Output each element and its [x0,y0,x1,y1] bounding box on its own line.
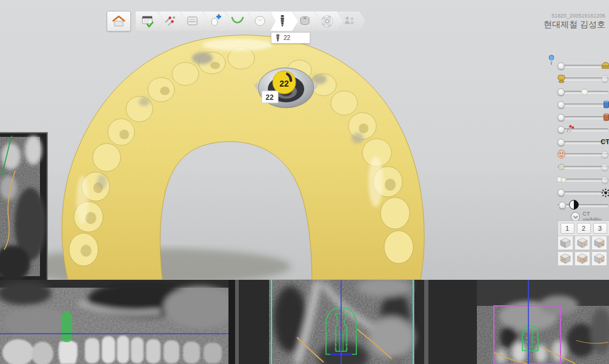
scan-box-icon [185,14,200,28]
slice-count-button-3[interactable]: 3 [593,223,607,234]
toolbar-step-patient-info[interactable] [136,12,164,31]
tooth-plus-icon [208,14,222,28]
view-preset-thumbnail-4[interactable] [557,251,573,266]
view-preset-thumbnail-3[interactable] [591,236,607,250]
slider-bone[interactable] [557,163,608,171]
implant-planning-app: 22 22 [0,0,609,364]
tooth-number-dropdown[interactable]: 22 [271,32,310,44]
bone-gray-icon [556,162,567,172]
existing-crown-xray [58,340,78,364]
slider-crown[interactable] [557,88,608,96]
ct-slider-label: CT [601,138,609,145]
dropdown-tooth-number: 22 [284,35,290,41]
marker-disc-label: 22 [279,79,289,88]
cd-disc-icon [320,14,334,28]
cross-section-panel[interactable] [239,280,424,364]
marker-tag-label: 22 [265,93,274,102]
screws-red-icon [565,124,575,134]
slider-face-soft-tissue[interactable] [557,150,608,159]
pin-icon[interactable] [547,55,556,65]
slider-knob[interactable] [557,88,565,96]
arch-curve-icon [230,14,245,28]
slice-count-button-2[interactable]: 2 [577,223,591,234]
implant-parts-icon [163,14,178,28]
slider-knob[interactable] [557,126,565,133]
panoramic-xray-panel[interactable] [0,280,235,364]
slider-knob[interactable] [557,62,565,70]
slider-abutment[interactable] [557,113,608,122]
maxilla-scan-model[interactable] [62,35,424,280]
workflow-toolbar [107,11,365,31]
tangential-section-panel[interactable] [428,280,609,364]
view-preset-thumbnail-1[interactable] [557,236,573,250]
marker-tag: 22 [262,91,278,103]
patient-info-icon [141,14,155,28]
slider-contrast[interactable] [557,201,608,210]
panel-separator [424,280,428,364]
maxilla-scan-icon [601,61,609,71]
slice-count-buttons: 1 2 3 [557,220,609,236]
abutment-copper-icon [601,112,609,122]
implant-screw-mini-icon [276,35,280,42]
sleeve-blue-icon [601,99,609,110]
slider-knob[interactable] [601,151,608,158]
slider-knob[interactable] [557,114,565,121]
patient-id: 51820_200519161206 [544,13,605,19]
view-preset-thumbnail-2[interactable] [574,236,590,250]
slider-knob[interactable] [557,139,565,146]
brightness-icon [601,188,609,199]
view-preset-thumbnail-5[interactable] [574,251,590,266]
crown-icon [253,14,267,28]
crown-white-icon [579,87,590,97]
home-button[interactable] [107,11,131,31]
left-ct-slice-panel[interactable] [0,132,48,280]
slider-teeth[interactable] [557,176,608,184]
slider-screws[interactable] [557,125,608,134]
slider-ct-opacity[interactable]: CT [557,138,608,147]
contrast-icon [568,199,579,210]
visibility-sidebar: CT [545,53,609,265]
abutment-icon [298,14,312,28]
slider-knob[interactable] [601,164,608,171]
patient-name: 현대제철 김성호 [544,19,605,29]
mandible-model-icon [556,73,567,84]
patient-info-block: 51820_200519161206 현대제철 김성호 [544,13,605,29]
slider-knob[interactable] [601,75,608,82]
teeth-white-icon [556,174,566,185]
slider-mandible-model[interactable] [557,74,608,83]
implant-overlay-green[interactable] [61,312,72,342]
implant-screw-icon [275,14,290,28]
slice-count-button-1[interactable]: 1 [561,223,574,234]
slider-knob[interactable] [559,202,566,209]
face-skin-icon [556,149,567,159]
slider-brightness[interactable] [557,188,608,197]
view-preset-grid [557,236,608,266]
ct-panel-row [0,280,609,364]
home-icon [111,15,126,27]
slider-maxilla-scan[interactable] [557,62,608,70]
slider-knob[interactable] [601,176,608,184]
people-icon [342,14,357,28]
view-preset-thumbnail-6[interactable] [591,251,607,266]
slider-sleeve[interactable] [557,101,608,109]
slider-knob[interactable] [557,189,565,196]
slider-knob[interactable] [557,101,565,108]
